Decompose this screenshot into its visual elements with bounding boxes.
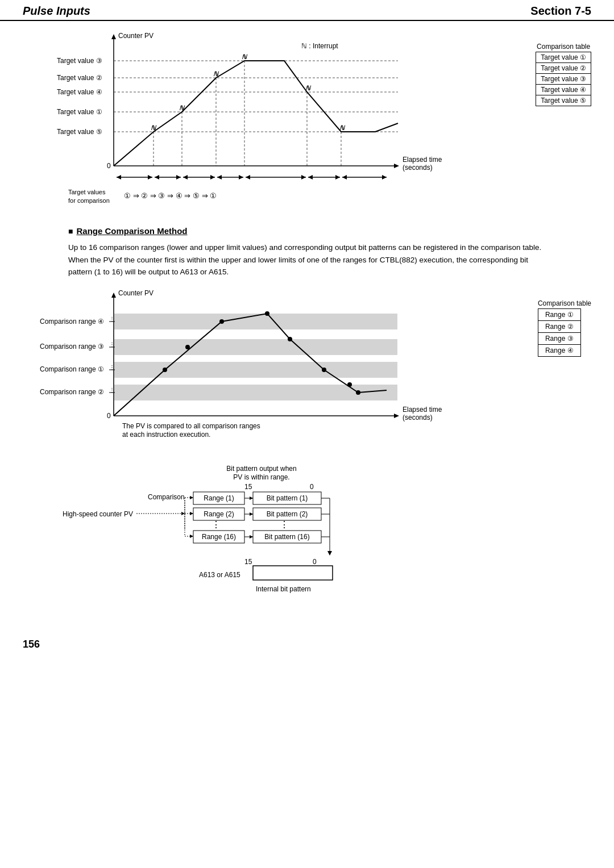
svg-text:⋮: ⋮ bbox=[109, 341, 115, 348]
range-table-title: Comparison table bbox=[538, 299, 591, 307]
bit-15-top: 15 bbox=[244, 483, 252, 491]
svg-point-57 bbox=[322, 368, 326, 372]
svg-marker-32 bbox=[308, 175, 313, 180]
dots2: ⋮ bbox=[280, 520, 289, 529]
d2-elapsed-unit: (seconds) bbox=[403, 414, 433, 422]
seq-label1: Target values bbox=[68, 189, 106, 195]
sequence-text: ① ⇒ ② ⇒ ③ ⇒ ④ ⇒ ⑤ ⇒ ① bbox=[124, 191, 217, 200]
bp1-box: Bit pattern (1) bbox=[267, 494, 308, 502]
cr2-label: Comparison range ② bbox=[40, 388, 104, 396]
svg-marker-34 bbox=[382, 175, 387, 180]
comp-row-2: Target value ② bbox=[536, 63, 591, 74]
elapsed-label: Elapsed time bbox=[403, 156, 442, 164]
interrupt5: ℕ bbox=[305, 85, 312, 91]
cr4-label: Comparison range ④ bbox=[40, 318, 104, 326]
diagram2-svg: Counter PV Comparison range ④ ⋮ Comparis… bbox=[23, 285, 591, 450]
cr1-label: Comparison range ① bbox=[40, 365, 104, 373]
tv4-label: Target value ④ bbox=[57, 88, 102, 96]
zero-label: 0 bbox=[107, 162, 111, 170]
svg-marker-35 bbox=[342, 175, 347, 180]
svg-marker-16 bbox=[148, 175, 152, 180]
page-section: Section 7-5 bbox=[530, 5, 591, 18]
svg-point-59 bbox=[356, 390, 360, 395]
interrupt-label: ℕ : Interrupt bbox=[301, 42, 338, 50]
range-row-1: Range ① bbox=[538, 308, 580, 320]
bit-0-top: 0 bbox=[310, 483, 314, 491]
diagram1: Counter PV ℕ : Interrupt bbox=[23, 27, 591, 216]
diagram3-svg: Bit pattern output when PV is within ran… bbox=[23, 461, 591, 614]
tv1-label: Target value ① bbox=[57, 108, 102, 116]
a613-label: A613 or A615 bbox=[199, 571, 240, 579]
bit-pattern-title2: PV is within range. bbox=[233, 473, 289, 481]
main-content: Counter PV ℕ : Interrupt bbox=[0, 27, 614, 616]
tv5-label: Target value ⑤ bbox=[57, 128, 102, 136]
svg-point-55 bbox=[265, 311, 269, 316]
svg-marker-3 bbox=[394, 164, 399, 168]
tv2-label: Target value ② bbox=[57, 74, 102, 82]
d2-counter-pv: Counter PV bbox=[118, 289, 154, 297]
comparison-table-1: Comparison table Target value ① Target v… bbox=[536, 43, 591, 106]
svg-marker-39 bbox=[394, 414, 399, 418]
cr3-label: Comparison range ③ bbox=[40, 343, 104, 350]
svg-marker-31 bbox=[335, 175, 340, 180]
range-row-4: Range ④ bbox=[538, 344, 580, 356]
diagram2: Counter PV Comparison range ④ ⋮ Comparis… bbox=[23, 285, 591, 452]
d2-zero: 0 bbox=[107, 412, 111, 420]
svg-marker-22 bbox=[210, 175, 215, 180]
direction-arrows bbox=[117, 175, 387, 180]
interrupt6: ℕ bbox=[339, 124, 346, 131]
svg-marker-86 bbox=[327, 551, 332, 556]
section-heading: Range Comparison Method bbox=[68, 226, 591, 236]
svg-marker-19 bbox=[176, 175, 181, 180]
range-row-2: Range ② bbox=[538, 320, 580, 332]
diagram1-svg: Counter PV ℕ : Interrupt bbox=[23, 27, 591, 214]
bp2-box: Bit pattern (2) bbox=[267, 510, 308, 518]
range2-box: Range (2) bbox=[204, 510, 234, 518]
svg-marker-37 bbox=[111, 293, 116, 298]
svg-marker-76 bbox=[190, 535, 193, 538]
elapsed-unit: (seconds) bbox=[403, 164, 433, 172]
comp-row-3: Target value ③ bbox=[536, 74, 591, 85]
section-heading-text: Range Comparison Method bbox=[76, 226, 187, 236]
interrupt4: ℕ bbox=[242, 53, 248, 60]
tv3-label: Target value ③ bbox=[57, 57, 102, 65]
page-number: 156 bbox=[0, 627, 614, 656]
comp-row-1: Target value ① bbox=[536, 52, 591, 63]
dots1: ⋮ bbox=[211, 520, 221, 529]
seq-label2: for comparison bbox=[68, 197, 110, 204]
pv-note2: at each instruction execution. bbox=[122, 431, 210, 439]
bp16-box: Bit pattern (16) bbox=[264, 533, 309, 541]
svg-marker-67 bbox=[181, 512, 185, 515]
svg-rect-43 bbox=[114, 385, 397, 400]
bit-15-bottom: 15 bbox=[244, 558, 252, 566]
counter-pv-label: Counter PV bbox=[118, 32, 154, 40]
bit-pattern-title1: Bit pattern output when bbox=[226, 465, 296, 473]
svg-rect-87 bbox=[253, 566, 333, 580]
d2-elapsed: Elapsed time bbox=[403, 406, 442, 414]
comp-row-4: Target value ④ bbox=[536, 85, 591, 95]
svg-marker-79 bbox=[250, 535, 253, 539]
internal-bp-label: Internal bit pattern bbox=[256, 585, 311, 593]
svg-point-53 bbox=[185, 345, 190, 349]
svg-point-54 bbox=[219, 319, 224, 324]
svg-point-56 bbox=[288, 337, 292, 341]
svg-marker-61 bbox=[190, 496, 193, 499]
svg-marker-29 bbox=[246, 175, 250, 180]
body-text: Up to 16 comparison ranges (lower and up… bbox=[68, 241, 546, 278]
page-title: Pulse Inputs bbox=[23, 5, 90, 18]
comp-row-5: Target value ⑤ bbox=[536, 95, 591, 106]
page-header: Pulse Inputs Section 7-5 bbox=[0, 0, 614, 21]
pv-note1: The PV is compared to all comparison ran… bbox=[122, 422, 260, 430]
svg-text:⋮: ⋮ bbox=[109, 387, 115, 393]
comparison-label: Comparison bbox=[148, 493, 185, 501]
svg-marker-26 bbox=[217, 175, 222, 180]
comp-table-title: Comparison table bbox=[536, 43, 591, 51]
svg-marker-20 bbox=[155, 175, 159, 180]
hsc-label: High-speed counter PV bbox=[63, 510, 133, 518]
diagram3: Bit pattern output when PV is within ran… bbox=[23, 461, 591, 616]
svg-rect-41 bbox=[114, 339, 397, 355]
svg-point-58 bbox=[347, 382, 352, 387]
svg-marker-64 bbox=[250, 496, 253, 500]
range-row-3: Range ③ bbox=[538, 332, 580, 344]
svg-marker-23 bbox=[183, 175, 188, 180]
